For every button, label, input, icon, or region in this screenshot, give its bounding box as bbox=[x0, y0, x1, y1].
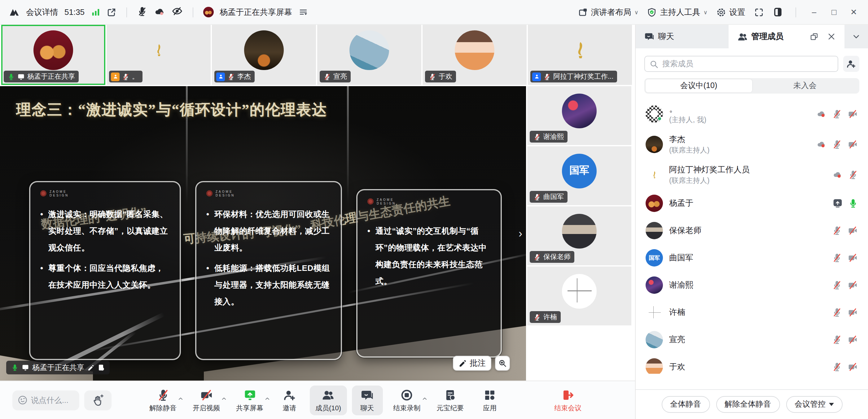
members-button[interactable]: 成员(10) bbox=[310, 385, 347, 415]
hidden-view-status-icon[interactable] bbox=[171, 6, 182, 19]
share-screen-button[interactable]: 共享屏幕 bbox=[230, 385, 269, 415]
quick-chat-box[interactable] bbox=[12, 390, 79, 410]
annotate-button[interactable]: 批注 bbox=[453, 356, 491, 371]
member-row[interactable]: 谢渝熙 bbox=[636, 271, 868, 299]
mic-off-icon[interactable] bbox=[832, 253, 842, 263]
stop-recording-button[interactable]: 结束录制 bbox=[388, 385, 426, 415]
cloud-recording-icon[interactable] bbox=[816, 109, 827, 118]
member-row[interactable]: 保保老师 bbox=[636, 217, 868, 244]
mute-all-button[interactable]: 全体静音 bbox=[661, 396, 710, 413]
camera-off-icon[interactable] bbox=[847, 335, 858, 345]
video-tile-yangmengyu[interactable]: 杨孟于正在共享 bbox=[1, 25, 105, 85]
camera-off-icon[interactable] bbox=[847, 280, 858, 290]
start-video-button[interactable]: 开启视频 bbox=[187, 385, 225, 415]
mic-off-icon bbox=[227, 73, 235, 80]
raise-hand-button[interactable] bbox=[84, 390, 112, 410]
participant-name: 保保老师 bbox=[544, 252, 570, 262]
apps-button[interactable]: 应用 bbox=[474, 385, 505, 415]
collapse-panel-button[interactable] bbox=[844, 25, 868, 48]
mic-off-icon[interactable] bbox=[832, 139, 842, 149]
meeting-control-button[interactable]: 会议管控 bbox=[786, 396, 842, 413]
fullscreen-icon[interactable] bbox=[754, 7, 764, 17]
member-row[interactable]: 宣亮 bbox=[636, 326, 868, 353]
member-search-input[interactable] bbox=[662, 56, 835, 71]
video-tile-yuhuan[interactable]: 于欢 bbox=[423, 25, 527, 85]
doc-badge-icon[interactable] bbox=[97, 364, 105, 371]
member-row[interactable]: 杨孟于 bbox=[636, 190, 868, 217]
camera-off-icon[interactable] bbox=[847, 362, 858, 372]
sharing-screen-badge-icon[interactable] bbox=[833, 198, 843, 208]
cloud-recording-icon[interactable] bbox=[832, 170, 843, 179]
chevron-up-icon[interactable] bbox=[422, 393, 427, 404]
mic-off-icon[interactable] bbox=[832, 109, 842, 119]
member-name: 李杰 bbox=[669, 133, 709, 145]
tab-manage-members[interactable]: 管理成员 bbox=[728, 25, 844, 48]
chevron-up-icon[interactable] bbox=[265, 393, 270, 404]
segment-not-joined[interactable]: 未入会 bbox=[752, 79, 858, 92]
member-row[interactable]: 。(主持人, 我) bbox=[636, 98, 868, 129]
end-meeting-button[interactable]: 结束会议 bbox=[549, 385, 587, 415]
emoji-icon[interactable] bbox=[17, 394, 28, 408]
maximize-button[interactable]: □ bbox=[828, 7, 839, 17]
cloud-recording-icon[interactable] bbox=[816, 140, 827, 149]
host-tools-button[interactable]: 主持人工具∨ bbox=[647, 6, 708, 18]
quick-chat-input[interactable] bbox=[31, 390, 77, 410]
video-tile-xuanliang[interactable]: 宣亮 bbox=[317, 25, 421, 85]
add-member-button[interactable] bbox=[843, 56, 859, 72]
unmute-button[interactable]: 解除静音 bbox=[144, 385, 182, 415]
brand-logo: ZAOME DESIGN bbox=[40, 190, 170, 197]
next-slide-arrow[interactable]: › bbox=[519, 228, 522, 240]
unmute-all-button[interactable]: 解除全体静音 bbox=[716, 396, 780, 413]
pen-icon[interactable] bbox=[87, 364, 94, 371]
video-tile-aladdin[interactable]: 阿拉丁神灯奖工作... bbox=[528, 25, 632, 85]
video-tile-quguojun[interactable]: 国军 曲国军 bbox=[527, 146, 631, 205]
mic-on-icon[interactable] bbox=[848, 198, 858, 208]
video-tile-dot[interactable]: 。 bbox=[106, 25, 211, 85]
mic-off-icon bbox=[533, 253, 541, 261]
mic-off-icon[interactable] bbox=[832, 280, 842, 290]
card-bullet: •低耗能源：搭载低功耗LED模组与处理器，支持太阳能系统无缝接入。 bbox=[206, 260, 331, 310]
minimize-button[interactable]: – bbox=[808, 7, 820, 17]
meeting-details-button[interactable]: 会议详情 bbox=[26, 6, 58, 18]
pop-out-window-icon[interactable] bbox=[106, 7, 116, 17]
member-role: (联席主持人) bbox=[669, 145, 709, 155]
camera-off-icon[interactable] bbox=[847, 307, 858, 317]
chevron-up-icon[interactable] bbox=[221, 393, 227, 404]
video-tile-lijie[interactable]: 李杰 bbox=[212, 25, 316, 85]
mic-off-icon[interactable] bbox=[832, 335, 842, 345]
chevron-up-icon[interactable] bbox=[178, 393, 183, 404]
toggle-sidebar-icon[interactable] bbox=[773, 7, 783, 17]
segment-in-meeting[interactable]: 会议中(10) bbox=[646, 79, 752, 92]
close-button[interactable]: ✕ bbox=[848, 7, 859, 17]
member-row[interactable]: 阿拉丁神灯奖工作人员(联席主持人) bbox=[636, 159, 868, 190]
video-tile-xunan[interactable]: 许楠 bbox=[527, 267, 631, 325]
camera-off-icon[interactable] bbox=[847, 226, 858, 236]
video-tile-xieyuxi[interactable]: 谢渝熙 bbox=[527, 86, 631, 145]
avatar: 国军 bbox=[646, 249, 663, 267]
member-row[interactable]: 李杰(联席主持人) bbox=[636, 129, 868, 159]
camera-off-icon[interactable] bbox=[847, 139, 858, 149]
settings-button[interactable]: 设置 bbox=[716, 6, 745, 18]
chat-button[interactable]: 聊天 bbox=[351, 385, 382, 415]
camera-off-icon[interactable] bbox=[847, 253, 858, 263]
pop-out-panel-icon[interactable] bbox=[810, 32, 818, 41]
mic-muted-status-icon[interactable] bbox=[136, 6, 147, 18]
tab-chat[interactable]: 聊天 bbox=[636, 25, 728, 48]
mic-off-icon[interactable] bbox=[848, 170, 858, 179]
member-row[interactable]: 国军 曲国军 bbox=[636, 244, 868, 271]
member-search-box[interactable] bbox=[644, 56, 838, 72]
mic-off-icon[interactable] bbox=[832, 362, 842, 372]
mic-off-icon[interactable] bbox=[832, 226, 842, 236]
member-row[interactable]: 许楠 bbox=[636, 299, 868, 326]
mic-off-icon[interactable] bbox=[832, 307, 842, 317]
zoom-in-button[interactable] bbox=[495, 356, 510, 371]
camera-off-icon[interactable] bbox=[847, 109, 858, 119]
video-tile-baobaolaoshi[interactable]: 保保老师 bbox=[527, 206, 631, 265]
yuanbao-notes-button[interactable]: 元宝纪要 bbox=[431, 385, 469, 415]
sharing-options-icon[interactable] bbox=[298, 7, 308, 17]
member-row[interactable]: 于欢 bbox=[636, 353, 868, 374]
close-panel-icon[interactable] bbox=[827, 32, 836, 41]
layout-menu-button[interactable]: 演讲者布局∨ bbox=[578, 6, 639, 18]
invite-button[interactable]: 邀请 bbox=[274, 385, 305, 415]
cloud-recording-status-icon[interactable] bbox=[153, 6, 165, 18]
